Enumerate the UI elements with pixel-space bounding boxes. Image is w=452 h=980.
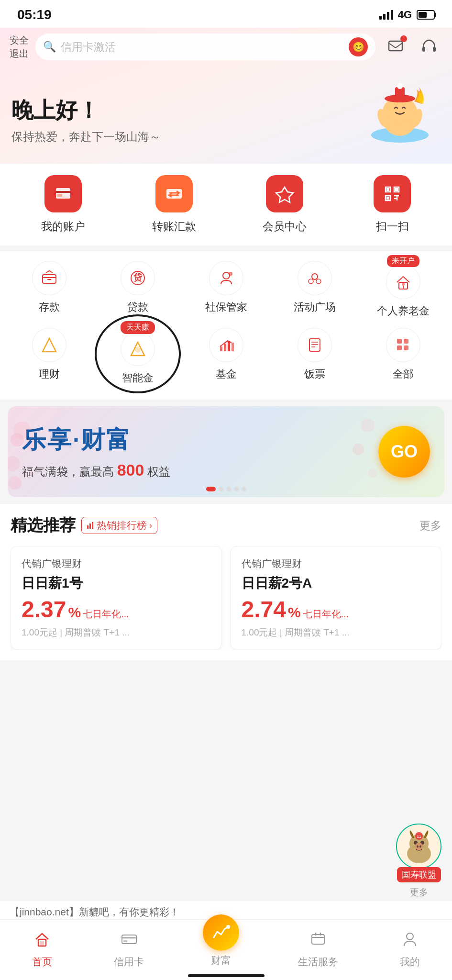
search-avatar-btn[interactable]: 😊	[349, 37, 368, 56]
transfer-icon	[155, 175, 193, 212]
service-finance[interactable]: 理财	[18, 328, 80, 385]
svg-rect-0	[389, 41, 402, 51]
search-bar[interactable]: 🔍 信用卡激活 😊	[35, 33, 375, 60]
card1-rate-row: 2.37 % 七日年化...	[22, 596, 211, 623]
svg-rect-66	[87, 525, 88, 529]
message-btn[interactable]	[382, 33, 409, 60]
loan-icon: 贷	[121, 261, 155, 295]
float-mascot-circle: 11	[396, 824, 441, 869]
greeting-subtitle: 保持热爱，奔赴下一场山海～	[11, 129, 161, 145]
battery-icon	[417, 10, 435, 20]
svg-rect-22	[386, 188, 389, 191]
svg-rect-15	[57, 194, 62, 197]
safe-exit-btn[interactable]: 安全 退出	[10, 33, 29, 60]
headset-btn[interactable]	[416, 33, 442, 60]
mine-icon	[397, 926, 423, 952]
pension-label: 个人养老金	[377, 304, 430, 318]
quick-item-account[interactable]: 我的账户	[41, 175, 85, 234]
meal-icon	[298, 328, 332, 362]
bottom-nav: 首页 信用卡 财富 生活服务 我的	[0, 919, 452, 980]
home-indicator	[188, 974, 265, 977]
svg-text:贷: 贷	[133, 273, 143, 282]
header-top: 安全 退出 🔍 信用卡激活 😊	[0, 28, 452, 68]
header-area: 安全 退出 🔍 信用卡激活 😊 晚上好	[0, 28, 452, 164]
wealth-icon	[203, 914, 239, 951]
svg-point-37	[309, 279, 313, 284]
svg-rect-13	[56, 188, 70, 199]
service-loan[interactable]: 贷 贷款	[107, 261, 169, 318]
svg-point-88	[407, 933, 413, 940]
avatar-icon: 😊	[353, 41, 364, 53]
signal-icon	[379, 10, 393, 20]
svg-point-10	[397, 83, 403, 89]
life-icon	[305, 926, 331, 952]
svg-rect-46	[224, 344, 226, 351]
svg-line-2	[396, 43, 402, 48]
card1-percent: %	[68, 604, 81, 621]
svg-rect-80	[122, 935, 136, 944]
service-activity[interactable]: 活动广场	[284, 261, 346, 318]
service-pension[interactable]: 来开户 个人养老金	[372, 261, 434, 318]
nav-mine[interactable]: 我的	[397, 926, 423, 969]
home-icon	[29, 926, 55, 952]
svg-line-1	[389, 43, 396, 48]
svg-point-36	[312, 274, 318, 279]
scan-icon	[374, 175, 411, 212]
scan-label: 扫一扫	[376, 219, 409, 234]
svg-point-40	[402, 283, 405, 286]
search-icon: 🔍	[43, 41, 56, 53]
svg-rect-67	[89, 523, 91, 529]
headset-icon	[420, 38, 438, 56]
mine-label: 我的	[400, 955, 420, 969]
reco-more[interactable]: 更多	[419, 518, 441, 533]
quick-menu: 我的账户 转账汇款 会员中心 扫一扫	[0, 164, 452, 245]
svg-point-33	[223, 272, 230, 279]
banner-title: 乐享·财富	[22, 424, 170, 456]
deposit-label: 存款	[39, 300, 60, 314]
hot-tag[interactable]: 热销排行榜 ›	[81, 517, 157, 534]
banner-go-btn[interactable]: GO	[378, 426, 430, 478]
card1-rate: 2.37	[22, 596, 66, 623]
service-meal[interactable]: 饭票	[284, 328, 346, 385]
reco-section: 精选推荐 热销排行榜 › 更多 代销广银理财 日日薪1号 2.37 % 七日年化…	[0, 504, 452, 660]
all-label: 全部	[393, 367, 414, 381]
nav-home[interactable]: 首页	[29, 926, 55, 969]
service-deposit[interactable]: 存款	[18, 261, 80, 318]
smart-label: 智能金	[122, 371, 154, 385]
card2-info: 1.00元起 | 周期普赎 T+1 ...	[242, 626, 431, 639]
card2-rate: 2.74	[242, 596, 286, 623]
social-label: 社保管家	[205, 300, 247, 314]
floating-mascot[interactable]: 11 国寿联盟 更多	[396, 824, 441, 899]
service-all[interactable]: 全部	[372, 328, 434, 385]
svg-point-38	[316, 279, 321, 284]
fund-icon	[209, 328, 243, 362]
greeting-title: 晚上好！	[11, 96, 161, 125]
reco-card-1[interactable]: 代销广银理财 日日薪1号 2.37 % 七日年化... 1.00元起 | 周期普…	[11, 546, 222, 650]
quick-item-member[interactable]: 会员中心	[263, 175, 307, 234]
banner-dots	[206, 487, 246, 491]
reco-title-group: 精选推荐 热销排行榜 ›	[11, 514, 157, 536]
nav-wealth[interactable]: 财富	[203, 928, 239, 967]
service-fund[interactable]: 基金	[195, 328, 257, 385]
quick-item-transfer[interactable]: 转账汇款	[152, 175, 196, 234]
mascot-svg	[359, 73, 441, 145]
svg-point-74	[417, 845, 419, 847]
svg-rect-49	[309, 339, 320, 351]
svg-point-63	[361, 419, 375, 432]
svg-rect-47	[228, 341, 230, 351]
nav-creditcard[interactable]: 信用卡	[114, 926, 144, 969]
service-social[interactable]: i 社保管家	[195, 261, 257, 318]
status-bar: 05:19 4G	[0, 0, 452, 28]
svg-rect-55	[397, 345, 402, 350]
transfer-label: 转账汇款	[152, 219, 196, 234]
quick-item-scan[interactable]: 扫一扫	[374, 175, 411, 234]
nav-life[interactable]: 生活服务	[298, 926, 338, 969]
tiantianzhan-badge: 天天赚	[121, 321, 155, 334]
svg-rect-82	[123, 940, 127, 942]
wealth-label: 财富	[211, 954, 231, 967]
banner-section[interactable]: 乐享·财富 福气满袋，赢最高 800 权益 GO	[8, 406, 444, 497]
service-smart[interactable]: 天天赚 智能金	[107, 328, 169, 385]
svg-point-65	[368, 468, 377, 478]
hot-label: 热销排行榜	[97, 519, 147, 532]
reco-card-2[interactable]: 代销广银理财 日日薪2号A 2.74 % 七日年化... 1.00元起 | 周期…	[231, 546, 442, 650]
